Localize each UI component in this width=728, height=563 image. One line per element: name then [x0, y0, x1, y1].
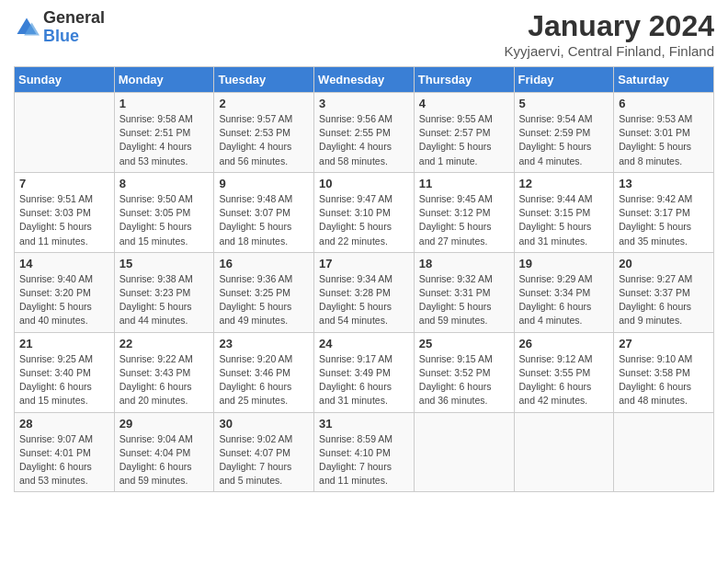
day-number: 8: [119, 177, 210, 190]
calendar-table: SundayMondayTuesdayWednesdayThursdayFrid…: [14, 66, 714, 492]
day-number: 24: [319, 337, 409, 350]
calendar-cell: 8Sunrise: 9:50 AMSunset: 3:05 PMDaylight…: [114, 172, 214, 252]
day-number: 7: [19, 177, 109, 190]
day-number: 10: [319, 177, 409, 190]
day-info: Sunrise: 9:45 AMSunset: 3:12 PMDaylight:…: [419, 192, 509, 248]
calendar-cell: [514, 412, 614, 492]
calendar-cell: 4Sunrise: 9:55 AMSunset: 2:57 PMDaylight…: [414, 93, 514, 173]
week-row-1: 1Sunrise: 9:58 AMSunset: 2:51 PMDaylight…: [15, 93, 714, 173]
calendar-cell: 28Sunrise: 9:07 AMSunset: 4:01 PMDayligh…: [15, 412, 115, 492]
day-number: 30: [219, 417, 309, 431]
day-number: 31: [319, 417, 409, 431]
day-info: Sunrise: 9:47 AMSunset: 3:10 PMDaylight:…: [319, 192, 409, 248]
calendar-cell: 21Sunrise: 9:25 AMSunset: 3:40 PMDayligh…: [15, 332, 115, 412]
calendar-cell: 31Sunrise: 8:59 AMSunset: 4:10 PMDayligh…: [314, 412, 415, 492]
calendar-cell: [414, 412, 514, 492]
day-number: 6: [619, 97, 709, 110]
day-info: Sunrise: 9:50 AMSunset: 3:05 PMDaylight:…: [119, 192, 210, 248]
calendar-cell: 7Sunrise: 9:51 AMSunset: 3:03 PMDaylight…: [15, 172, 115, 252]
day-info: Sunrise: 9:25 AMSunset: 3:40 PMDaylight:…: [19, 352, 109, 408]
day-info: Sunrise: 9:38 AMSunset: 3:23 PMDaylight:…: [119, 272, 210, 328]
day-number: 25: [419, 337, 509, 350]
weekday-header-thursday: Thursday: [414, 67, 514, 93]
calendar-cell: 6Sunrise: 9:53 AMSunset: 3:01 PMDaylight…: [614, 93, 714, 173]
calendar-cell: 23Sunrise: 9:20 AMSunset: 3:46 PMDayligh…: [214, 332, 314, 412]
logo-icon: [14, 15, 40, 40]
day-number: 27: [619, 337, 709, 350]
day-number: 5: [519, 97, 609, 110]
day-number: 29: [119, 417, 210, 431]
day-info: Sunrise: 9:04 AMSunset: 4:04 PMDaylight:…: [119, 432, 210, 488]
weekday-header-saturday: Saturday: [614, 67, 714, 93]
calendar-cell: 14Sunrise: 9:40 AMSunset: 3:20 PMDayligh…: [15, 252, 115, 332]
day-number: 19: [519, 257, 609, 270]
calendar-cell: [614, 412, 714, 492]
weekday-header-monday: Monday: [114, 67, 214, 93]
week-row-5: 28Sunrise: 9:07 AMSunset: 4:01 PMDayligh…: [15, 412, 714, 492]
title-area: January 2024 Kyyjaervi, Central Finland,…: [505, 9, 714, 59]
calendar-cell: 16Sunrise: 9:36 AMSunset: 3:25 PMDayligh…: [214, 252, 314, 332]
day-info: Sunrise: 9:12 AMSunset: 3:55 PMDaylight:…: [519, 352, 609, 408]
weekday-header-friday: Friday: [514, 67, 614, 93]
day-number: 4: [419, 97, 509, 110]
calendar-cell: [15, 93, 115, 173]
day-info: Sunrise: 9:29 AMSunset: 3:34 PMDaylight:…: [519, 272, 609, 328]
day-info: Sunrise: 9:57 AMSunset: 2:53 PMDaylight:…: [219, 112, 309, 168]
day-number: 11: [419, 177, 509, 190]
day-number: 13: [619, 177, 709, 190]
day-info: Sunrise: 9:54 AMSunset: 2:59 PMDaylight:…: [519, 112, 609, 168]
day-number: 28: [19, 417, 109, 431]
day-info: Sunrise: 8:59 AMSunset: 4:10 PMDaylight:…: [319, 432, 409, 488]
calendar-cell: 15Sunrise: 9:38 AMSunset: 3:23 PMDayligh…: [114, 252, 214, 332]
day-number: 14: [19, 257, 109, 270]
calendar-cell: 20Sunrise: 9:27 AMSunset: 3:37 PMDayligh…: [614, 252, 714, 332]
day-number: 26: [519, 337, 609, 350]
day-info: Sunrise: 9:27 AMSunset: 3:37 PMDaylight:…: [619, 272, 709, 328]
calendar-cell: 26Sunrise: 9:12 AMSunset: 3:55 PMDayligh…: [514, 332, 614, 412]
calendar-cell: 25Sunrise: 9:15 AMSunset: 3:52 PMDayligh…: [414, 332, 514, 412]
calendar-cell: 2Sunrise: 9:57 AMSunset: 2:53 PMDaylight…: [214, 93, 314, 173]
weekday-header-sunday: Sunday: [15, 67, 115, 93]
calendar-cell: 5Sunrise: 9:54 AMSunset: 2:59 PMDaylight…: [514, 93, 614, 173]
weekday-header-tuesday: Tuesday: [214, 67, 314, 93]
day-info: Sunrise: 9:15 AMSunset: 3:52 PMDaylight:…: [419, 352, 509, 408]
calendar-cell: 29Sunrise: 9:04 AMSunset: 4:04 PMDayligh…: [114, 412, 214, 492]
calendar-cell: 3Sunrise: 9:56 AMSunset: 2:55 PMDaylight…: [314, 93, 415, 173]
calendar-cell: 9Sunrise: 9:48 AMSunset: 3:07 PMDaylight…: [214, 172, 314, 252]
day-info: Sunrise: 9:32 AMSunset: 3:31 PMDaylight:…: [419, 272, 509, 328]
calendar-cell: 27Sunrise: 9:10 AMSunset: 3:58 PMDayligh…: [614, 332, 714, 412]
month-year-title: January 2024: [505, 9, 714, 43]
calendar-cell: 10Sunrise: 9:47 AMSunset: 3:10 PMDayligh…: [314, 172, 415, 252]
calendar-cell: 18Sunrise: 9:32 AMSunset: 3:31 PMDayligh…: [414, 252, 514, 332]
day-info: Sunrise: 9:02 AMSunset: 4:07 PMDaylight:…: [219, 432, 309, 488]
day-number: 23: [219, 337, 309, 350]
day-number: 16: [219, 257, 309, 270]
day-number: 3: [319, 97, 409, 110]
location-subtitle: Kyyjaervi, Central Finland, Finland: [505, 43, 714, 59]
calendar-cell: 19Sunrise: 9:29 AMSunset: 3:34 PMDayligh…: [514, 252, 614, 332]
logo-general-text: General: [43, 9, 105, 28]
day-info: Sunrise: 9:53 AMSunset: 3:01 PMDaylight:…: [619, 112, 709, 168]
day-info: Sunrise: 9:17 AMSunset: 3:49 PMDaylight:…: [319, 352, 409, 408]
day-number: 15: [119, 257, 210, 270]
day-info: Sunrise: 9:36 AMSunset: 3:25 PMDaylight:…: [219, 272, 309, 328]
calendar-cell: 24Sunrise: 9:17 AMSunset: 3:49 PMDayligh…: [314, 332, 415, 412]
day-number: 21: [19, 337, 109, 350]
week-row-4: 21Sunrise: 9:25 AMSunset: 3:40 PMDayligh…: [15, 332, 714, 412]
calendar-cell: 12Sunrise: 9:44 AMSunset: 3:15 PMDayligh…: [514, 172, 614, 252]
logo-text: General Blue: [43, 9, 105, 46]
day-number: 20: [619, 257, 709, 270]
day-info: Sunrise: 9:07 AMSunset: 4:01 PMDaylight:…: [19, 432, 109, 488]
calendar-cell: 11Sunrise: 9:45 AMSunset: 3:12 PMDayligh…: [414, 172, 514, 252]
day-info: Sunrise: 9:51 AMSunset: 3:03 PMDaylight:…: [19, 192, 109, 248]
week-row-3: 14Sunrise: 9:40 AMSunset: 3:20 PMDayligh…: [15, 252, 714, 332]
day-number: 12: [519, 177, 609, 190]
day-number: 18: [419, 257, 509, 270]
day-info: Sunrise: 9:44 AMSunset: 3:15 PMDaylight:…: [519, 192, 609, 248]
logo: General Blue: [14, 9, 105, 46]
header: General Blue January 2024 Kyyjaervi, Cen…: [14, 9, 714, 59]
day-info: Sunrise: 9:20 AMSunset: 3:46 PMDaylight:…: [219, 352, 309, 408]
day-number: 9: [219, 177, 309, 190]
weekday-header-row: SundayMondayTuesdayWednesdayThursdayFrid…: [15, 67, 714, 93]
calendar-cell: 22Sunrise: 9:22 AMSunset: 3:43 PMDayligh…: [114, 332, 214, 412]
